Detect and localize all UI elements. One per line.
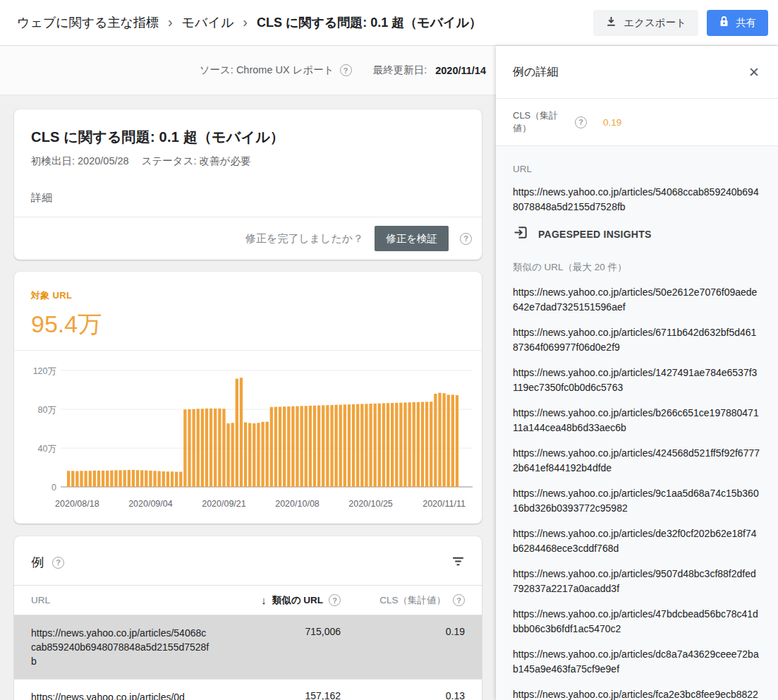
filter-icon[interactable] xyxy=(451,555,465,571)
top-bar: ウェブに関する主な指標›モバイル›CLS に関する問題: 0.1 超（モバイル）… xyxy=(0,0,778,46)
pagespeed-insights-link[interactable]: PAGESPEED INSIGHTS xyxy=(513,225,761,243)
breadcrumb-item[interactable]: ウェブに関する主な指標 xyxy=(17,14,159,31)
table-row[interactable]: https://news.yahoo.co.jp/articles/54068c… xyxy=(14,615,482,680)
bar xyxy=(334,405,337,487)
url-section-label: URL xyxy=(513,164,761,174)
bar xyxy=(205,409,208,487)
bar xyxy=(305,406,308,487)
bar xyxy=(374,404,377,487)
bar xyxy=(322,405,324,487)
examples-title: 例 xyxy=(31,554,44,571)
row-cls-value-cell: 0.13 xyxy=(365,690,465,700)
metric-block[interactable]: 対象 URL 95.4万 xyxy=(14,272,482,351)
similar-url-item: https://news.yahoo.co.jp/articles/142749… xyxy=(513,366,761,394)
breadcrumb-item[interactable]: モバイル xyxy=(182,14,234,31)
y-axis-tick-label: 0 xyxy=(51,483,56,493)
issue-title: CLS に関する問題: 0.1 超（モバイル） xyxy=(31,128,465,147)
bar xyxy=(309,406,312,487)
affected-urls-chart-card: 対象 URL 95.4万 040万80万120万2020/08/182020/0… xyxy=(14,272,482,524)
source-bar: ソース: Chrome UX レポート 最終更新日: 2020/11/14 xyxy=(0,46,496,95)
panel-body: URL https://news.yahoo.co.jp/articles/54… xyxy=(496,146,778,700)
export-button[interactable]: エクスポート xyxy=(593,10,698,36)
bar xyxy=(183,409,186,487)
bar xyxy=(421,402,424,487)
bar xyxy=(270,407,273,487)
bar xyxy=(214,409,217,487)
x-axis-tick-label: 2020/10/08 xyxy=(275,499,320,509)
lock-icon xyxy=(719,16,729,30)
bar xyxy=(279,406,281,487)
bar xyxy=(153,471,156,487)
similar-url-item: https://news.yahoo.co.jp/articles/9c1aa5… xyxy=(513,486,761,515)
examples-table-card: 例 URL ↓ 類似の URL xyxy=(14,536,482,700)
row-url-cell: https://news.yahoo.co.jp/articles/54068c… xyxy=(31,626,245,668)
row-similar-count-cell: 715,006 xyxy=(245,626,365,668)
close-icon[interactable]: ✕ xyxy=(748,64,760,80)
chevron-right-icon: › xyxy=(243,15,248,31)
row-url-cell: https://news.yahoo.co.jp/articles/0d xyxy=(31,690,245,700)
similar-url-item: https://news.yahoo.co.jp/articles/424568… xyxy=(513,446,761,475)
bar xyxy=(434,394,437,487)
bar xyxy=(222,409,225,487)
panel-title: 例の詳細 xyxy=(513,65,558,80)
bar xyxy=(447,394,450,487)
issue-meta: 初検出日: 2020/05/28 ステータス: 改善が必要 xyxy=(31,155,465,168)
bar xyxy=(158,471,161,487)
breadcrumb-item: CLS に関する問題: 0.1 超（モバイル） xyxy=(257,14,482,31)
table-body: https://news.yahoo.co.jp/articles/54068c… xyxy=(14,615,482,700)
panel-cls-label: CLS（集計値） xyxy=(513,109,569,135)
bar xyxy=(179,472,182,487)
similar-url-item: https://news.yahoo.co.jp/articles/47bdcb… xyxy=(513,607,761,636)
help-icon[interactable] xyxy=(52,557,64,569)
source-label: ソース: Chrome UX レポート xyxy=(200,64,334,77)
bar xyxy=(395,403,398,487)
help-icon[interactable] xyxy=(329,594,341,606)
help-icon[interactable] xyxy=(453,594,465,606)
bar xyxy=(253,423,255,487)
bar xyxy=(261,422,264,487)
bar xyxy=(132,470,135,487)
details-label[interactable]: 詳細 xyxy=(31,191,52,205)
bar xyxy=(102,471,104,487)
help-icon[interactable] xyxy=(460,233,472,245)
download-icon xyxy=(605,16,617,30)
y-axis-tick-label: 120万 xyxy=(33,366,56,376)
similar-url-item: https://news.yahoo.co.jp/articles/dc8a7a… xyxy=(513,647,761,676)
help-icon[interactable] xyxy=(575,116,587,128)
column-header-cls[interactable]: CLS（集計値） xyxy=(365,594,465,607)
x-axis-tick-label: 2020/09/04 xyxy=(128,499,173,509)
column-header-similar-urls[interactable]: ↓ 類似の URL xyxy=(245,594,365,607)
first-detected: 初検出日: 2020/05/28 xyxy=(31,155,129,168)
similar-url-item: https://news.yahoo.co.jp/articles/de32f0… xyxy=(513,526,761,555)
bar xyxy=(236,379,238,487)
bar xyxy=(408,402,411,487)
bar xyxy=(71,471,74,487)
bar xyxy=(197,409,200,487)
bar xyxy=(240,378,243,487)
table-row[interactable]: https://news.yahoo.co.jp/articles/0d157,… xyxy=(14,680,482,700)
share-button[interactable]: 共有 xyxy=(707,10,768,36)
affected-urls-bar-chart[interactable]: 040万80万120万2020/08/182020/09/042020/09/2… xyxy=(14,351,480,524)
bar xyxy=(300,406,303,487)
bar xyxy=(188,409,190,487)
table-header-row: URL ↓ 類似の URL CLS（集計値） xyxy=(14,585,482,615)
bar xyxy=(123,470,126,487)
bar xyxy=(97,471,100,487)
help-icon[interactable] xyxy=(340,64,352,76)
column-header-url[interactable]: URL xyxy=(31,595,245,605)
last-updated: 最終更新日: 2020/11/14 xyxy=(373,64,486,77)
bar xyxy=(425,402,428,487)
cards-area: CLS に関する問題: 0.1 超（モバイル） 初検出日: 2020/05/28… xyxy=(0,95,496,700)
bar xyxy=(451,394,454,487)
bar xyxy=(442,393,445,487)
bar xyxy=(283,406,286,487)
validate-fix-button[interactable]: 修正を検証 xyxy=(375,226,449,251)
bar xyxy=(360,404,363,487)
bar xyxy=(114,470,117,487)
export-button-label: エクスポート xyxy=(624,16,686,30)
bar xyxy=(287,406,290,487)
bar xyxy=(110,471,113,487)
bar xyxy=(149,471,152,487)
x-axis-tick-label: 2020/11/11 xyxy=(423,499,466,509)
similar-url-item: https://news.yahoo.co.jp/articles/b266c6… xyxy=(513,406,761,435)
